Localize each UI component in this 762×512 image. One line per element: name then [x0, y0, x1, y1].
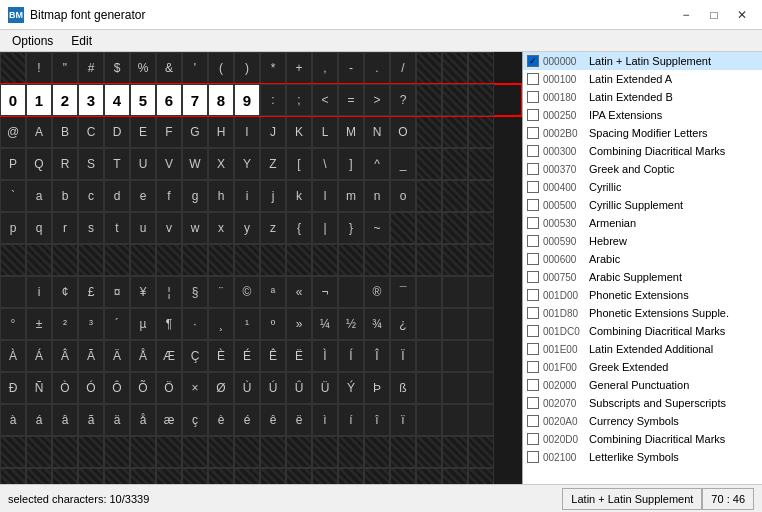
grid-cell[interactable]: ¾ [364, 308, 390, 340]
grid-cell-empty[interactable] [130, 468, 156, 484]
grid-cell-empty[interactable] [312, 436, 338, 468]
grid-cell[interactable]: i [26, 276, 52, 308]
grid-cell[interactable]: A [26, 116, 52, 148]
grid-cell[interactable]: Y [234, 148, 260, 180]
unicode-checkbox[interactable] [527, 163, 539, 175]
grid-cell[interactable]: f [156, 180, 182, 212]
grid-cell[interactable]: ì [312, 404, 338, 436]
grid-cell-empty[interactable] [442, 436, 468, 468]
grid-cell-empty[interactable] [286, 436, 312, 468]
grid-cell[interactable]: Ä [104, 340, 130, 372]
grid-cell[interactable]: R [52, 148, 78, 180]
grid-cell[interactable]: _ [390, 148, 416, 180]
grid-cell[interactable]: Ò [52, 372, 78, 404]
unicode-list-item[interactable]: 000300Combining Diacritical Marks [523, 142, 762, 160]
grid-cell[interactable]: 5 [130, 84, 156, 116]
grid-cell[interactable]: p [0, 212, 26, 244]
grid-cell[interactable]: C [78, 116, 104, 148]
grid-cell[interactable]: ] [338, 148, 364, 180]
grid-cell[interactable]: ã [78, 404, 104, 436]
grid-cell-empty[interactable] [260, 436, 286, 468]
grid-cell[interactable]: Ø [208, 372, 234, 404]
unicode-list-item[interactable]: 0020D0Combining Diacritical Marks [523, 430, 762, 448]
grid-cell[interactable]: ¹ [234, 308, 260, 340]
grid-cell[interactable] [416, 244, 442, 276]
grid-cell[interactable]: g [182, 180, 208, 212]
grid-cell-empty[interactable] [234, 436, 260, 468]
grid-cell[interactable]: x [208, 212, 234, 244]
unicode-list-item[interactable]: 000500Cyrillic Supplement [523, 196, 762, 214]
grid-cell[interactable] [0, 52, 26, 84]
grid-cell-empty[interactable] [390, 436, 416, 468]
grid-cell-empty[interactable] [468, 436, 494, 468]
grid-cell[interactable]: % [130, 52, 156, 84]
grid-cell[interactable] [0, 276, 26, 308]
grid-cell[interactable] [468, 372, 494, 404]
grid-cell[interactable]: Ô [104, 372, 130, 404]
grid-cell[interactable]: Â [52, 340, 78, 372]
menu-edit[interactable]: Edit [63, 32, 100, 50]
grid-cell[interactable]: ; [286, 84, 312, 116]
grid-cell[interactable] [52, 244, 78, 276]
unicode-list-item[interactable]: 000370Greek and Coptic [523, 160, 762, 178]
unicode-checkbox[interactable] [527, 217, 539, 229]
grid-cell[interactable]: Ë [286, 340, 312, 372]
grid-cell[interactable]: y [234, 212, 260, 244]
unicode-list-item[interactable]: 000100Latin Extended A [523, 70, 762, 88]
grid-cell-empty[interactable] [182, 436, 208, 468]
unicode-checkbox[interactable] [527, 127, 539, 139]
grid-cell[interactable]: O [390, 116, 416, 148]
grid-cell[interactable]: Q [26, 148, 52, 180]
grid-cell[interactable]: K [286, 116, 312, 148]
grid-cell[interactable]: É [234, 340, 260, 372]
grid-cell-empty[interactable] [364, 468, 390, 484]
grid-cell-empty[interactable] [312, 468, 338, 484]
grid-cell[interactable] [442, 340, 468, 372]
grid-cell[interactable]: / [390, 52, 416, 84]
grid-cell[interactable]: ^ [364, 148, 390, 180]
grid-cell[interactable]: µ [130, 308, 156, 340]
grid-cell[interactable] [416, 340, 442, 372]
unicode-list-item[interactable]: 001D80Phonetic Extensions Supple. [523, 304, 762, 322]
grid-cell[interactable]: i [234, 180, 260, 212]
grid-cell-empty[interactable] [78, 436, 104, 468]
grid-cell[interactable]: å [130, 404, 156, 436]
grid-cell[interactable]: & [156, 52, 182, 84]
grid-cell[interactable]: z [260, 212, 286, 244]
grid-cell[interactable]: U [130, 148, 156, 180]
grid-cell[interactable]: . [364, 52, 390, 84]
grid-cell[interactable] [442, 404, 468, 436]
unicode-checkbox[interactable] [527, 235, 539, 247]
grid-cell[interactable]: I [234, 116, 260, 148]
unicode-list-item[interactable]: 000400Cyrillic [523, 178, 762, 196]
grid-cell[interactable]: k [286, 180, 312, 212]
grid-cell[interactable] [442, 116, 468, 148]
unicode-checkbox[interactable] [527, 307, 539, 319]
grid-cell[interactable]: Î [364, 340, 390, 372]
grid-cell[interactable] [234, 244, 260, 276]
grid-cell[interactable]: q [26, 212, 52, 244]
grid-cell[interactable]: 3 [78, 84, 104, 116]
grid-cell[interactable]: ¤ [104, 276, 130, 308]
grid-cell[interactable]: , [312, 52, 338, 84]
unicode-checkbox[interactable]: ✓ [527, 55, 539, 67]
grid-cell-empty[interactable] [234, 468, 260, 484]
grid-cell-empty[interactable] [130, 436, 156, 468]
grid-cell[interactable] [390, 212, 416, 244]
grid-cell[interactable]: # [78, 52, 104, 84]
grid-cell[interactable] [26, 244, 52, 276]
grid-cell-empty[interactable] [338, 436, 364, 468]
grid-cell[interactable]: Þ [364, 372, 390, 404]
unicode-list-item[interactable]: 0002B0Spacing Modifier Letters [523, 124, 762, 142]
grid-cell[interactable] [468, 308, 494, 340]
grid-cell[interactable]: Ç [182, 340, 208, 372]
grid-cell[interactable] [442, 84, 468, 116]
grid-cell[interactable]: $ [104, 52, 130, 84]
unicode-checkbox[interactable] [527, 145, 539, 157]
grid-cell-empty[interactable] [286, 468, 312, 484]
grid-cell[interactable]: W [182, 148, 208, 180]
grid-cell[interactable]: × [182, 372, 208, 404]
unicode-checkbox[interactable] [527, 415, 539, 427]
grid-cell[interactable]: D [104, 116, 130, 148]
grid-cell[interactable]: | [312, 212, 338, 244]
